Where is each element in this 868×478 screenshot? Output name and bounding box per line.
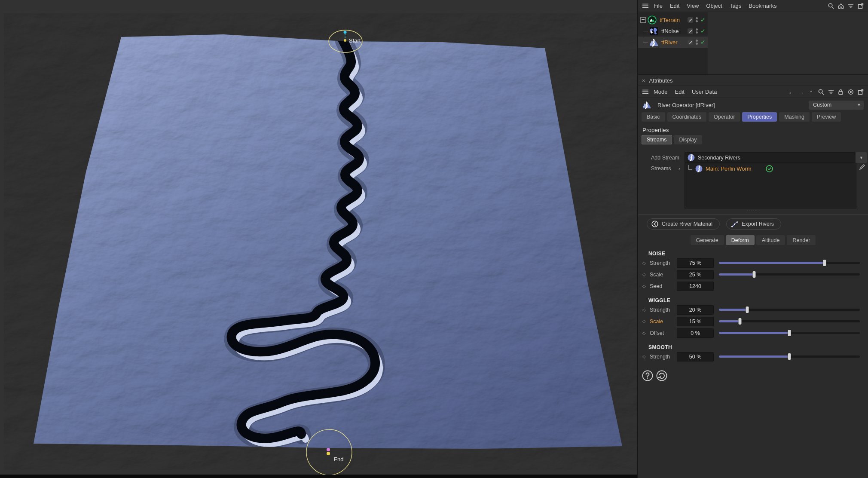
parameter-value-field[interactable]: 75 % — [677, 258, 714, 268]
parameter-value-field[interactable]: 25 % — [677, 270, 714, 279]
mode-tab[interactable]: Altitude — [756, 235, 785, 245]
subtab[interactable]: Display — [674, 135, 702, 144]
parameter-slider[interactable] — [719, 330, 860, 337]
attribute-tab[interactable]: Basic — [642, 112, 665, 122]
home-icon[interactable] — [837, 3, 844, 9]
menu-item[interactable]: Edit — [675, 89, 685, 95]
parameter-value-field[interactable]: 1240 — [677, 282, 714, 291]
start-anchor-dot — [344, 39, 346, 42]
target-icon[interactable] — [847, 89, 854, 95]
parameter-row: ◇ Scale 15 % — [638, 316, 868, 327]
attribute-tab[interactable]: Preview — [812, 112, 841, 122]
keyframe-diamond-icon[interactable]: ◇ — [642, 319, 650, 324]
slider-handle[interactable] — [746, 306, 749, 313]
add-stream-row: Add Stream Secondary Rivers ▼ — [638, 152, 868, 163]
keyframe-diamond-icon[interactable]: ◇ — [642, 284, 650, 288]
parameter-slider[interactable] — [719, 260, 860, 267]
object-name[interactable]: tfNoise — [661, 28, 679, 34]
slider-handle[interactable] — [739, 318, 742, 325]
attribute-tab[interactable]: Operator — [709, 112, 740, 122]
slider-handle[interactable] — [753, 271, 756, 278]
stream-enabled-check-icon[interactable] — [766, 165, 773, 172]
lock-icon[interactable] — [837, 89, 844, 95]
visibility-dots-icon[interactable] — [696, 17, 698, 22]
visibility-dots-icon[interactable] — [696, 40, 698, 45]
filter-icon[interactable] — [828, 89, 834, 95]
parameter-value-field[interactable]: 50 % — [677, 352, 714, 362]
menu-item[interactable]: Bookmarks — [749, 3, 776, 9]
attribute-tab[interactable]: Properties — [742, 112, 777, 122]
object-name[interactable]: tfTerrain — [660, 17, 680, 23]
edit-toggle-icon[interactable] — [688, 40, 693, 45]
menu-item[interactable]: Edit — [670, 3, 679, 9]
attribute-tab[interactable]: Masking — [779, 112, 810, 122]
search-icon[interactable] — [828, 3, 834, 9]
reset-icon[interactable] — [656, 370, 668, 382]
object-name[interactable]: tfRiver — [661, 39, 678, 46]
menu-item[interactable]: Tags — [730, 3, 741, 9]
visibility-dots-icon[interactable] — [696, 28, 698, 34]
parameter-slider[interactable] — [719, 306, 860, 313]
chevron-down-icon[interactable]: ▼ — [856, 152, 867, 163]
menu-item[interactable]: Object — [706, 3, 722, 9]
edit-toggle-icon[interactable] — [688, 17, 693, 23]
attributes-menubar: ModeEditUser Data ← → — [638, 86, 868, 98]
search-icon[interactable] — [818, 89, 824, 95]
keyframe-diamond-icon[interactable]: ◇ — [642, 331, 650, 335]
object-row[interactable]: tfNoise ✓ — [638, 25, 868, 37]
back-arrow-icon[interactable]: ← — [788, 89, 795, 95]
parameter-value-field[interactable]: 15 % — [677, 317, 714, 326]
new-window-icon[interactable] — [857, 3, 864, 9]
window-bottom-edge — [0, 475, 637, 478]
parameter-slider[interactable] — [719, 318, 860, 325]
menu-item[interactable]: File — [654, 3, 663, 9]
hamburger-menu-icon[interactable] — [642, 3, 648, 8]
menu-item[interactable]: View — [687, 3, 699, 9]
parameter-label: Strength — [650, 260, 677, 266]
3d-viewport[interactable]: Start End — [0, 0, 637, 478]
edit-toggle-icon[interactable] — [688, 28, 693, 34]
menu-item[interactable]: Mode — [654, 89, 668, 95]
keyframe-diamond-icon[interactable]: ◇ — [642, 260, 650, 265]
pick-pen-icon[interactable] — [859, 164, 865, 172]
menu-item[interactable]: User Data — [692, 89, 717, 95]
streams-list[interactable]: Main: Perlin Worm — [685, 163, 856, 208]
close-icon[interactable]: × — [642, 78, 645, 83]
slider-handle[interactable] — [823, 260, 826, 266]
subtab[interactable]: Streams — [642, 135, 672, 144]
up-arrow-icon[interactable]: ↑ — [808, 89, 814, 95]
keyframe-diamond-icon[interactable]: ◇ — [642, 272, 650, 277]
keyframe-diamond-icon[interactable]: ◇ — [642, 354, 650, 359]
slider-handle[interactable] — [788, 353, 791, 360]
terrain-render: Start End — [0, 0, 637, 478]
new-window-icon[interactable] — [857, 89, 864, 95]
object-row[interactable]: tfTerrain ✓ — [638, 14, 868, 25]
streams-label: Streams — [651, 165, 671, 172]
preset-dropdown[interactable]: Custom ▼ — [809, 101, 864, 110]
enabled-check-icon[interactable]: ✓ — [700, 39, 706, 45]
object-row[interactable]: tfRiver ✓ — [638, 37, 868, 48]
parameter-value-field[interactable]: 0 % — [677, 328, 714, 338]
forward-arrow-icon[interactable]: → — [798, 89, 804, 95]
attribute-tab[interactable]: Coordinates — [667, 112, 706, 122]
chevron-right-icon[interactable]: › — [679, 165, 680, 172]
enabled-check-icon[interactable]: ✓ — [700, 17, 706, 23]
stream-list-item[interactable]: Main: Perlin Worm — [685, 163, 856, 172]
mode-tab[interactable]: Render — [787, 235, 816, 245]
filter-icon[interactable] — [847, 3, 854, 9]
enabled-check-icon[interactable]: ✓ — [700, 28, 706, 34]
mode-tab[interactable]: Deform — [726, 235, 755, 245]
parameter-slider[interactable] — [719, 271, 860, 278]
slider-handle[interactable] — [788, 330, 791, 336]
keyframe-diamond-icon[interactable]: ◇ — [642, 307, 650, 312]
action-button[interactable]: Export Rivers — [726, 218, 781, 230]
end-handle-dot — [327, 448, 330, 451]
action-button[interactable]: Create River Material — [647, 218, 720, 230]
parameter-value-field[interactable]: 20 % — [677, 305, 714, 315]
hamburger-menu-icon[interactable] — [642, 89, 648, 94]
add-stream-dropdown[interactable]: Secondary Rivers — [685, 152, 855, 163]
parameter-slider[interactable] — [719, 353, 860, 360]
mode-tab[interactable]: Generate — [691, 235, 724, 245]
panel-splitter-handle[interactable]: ······ — [638, 208, 868, 214]
help-icon[interactable] — [642, 370, 654, 382]
